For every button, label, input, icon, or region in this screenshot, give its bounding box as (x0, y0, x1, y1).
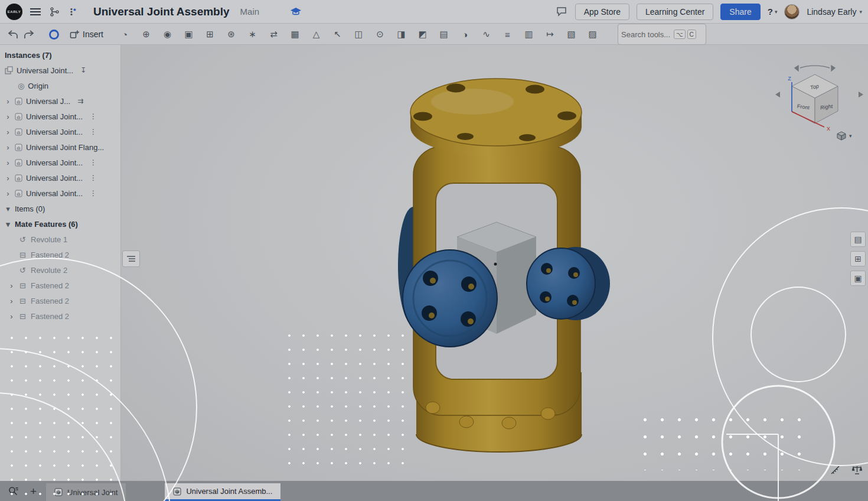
rotate-right-arrow[interactable] (859, 92, 863, 97)
onshape-logo[interactable]: EARLY (6, 4, 22, 20)
expand-chevron-icon[interactable]: › (5, 190, 11, 197)
mate-row[interactable]: › ↺ Revolute 1 (0, 232, 120, 247)
left-flange-part[interactable] (403, 250, 497, 347)
help-label: ? (768, 6, 773, 17)
expand-chevron-icon[interactable]: › (5, 113, 11, 121)
instance-row[interactable]: › Universal Joint... ⋮ (0, 109, 120, 124)
mate-label: Revolute 1 (31, 235, 67, 244)
version-tree-button[interactable] (48, 6, 61, 18)
user-name: Lindsay Early (807, 7, 856, 17)
origin-row[interactable]: ◎ Origin (0, 78, 120, 93)
instance-row[interactable]: › Universal Joint... ⋮ (0, 170, 120, 186)
explode-icon[interactable]: △ (311, 29, 322, 40)
mate-features-header[interactable]: ▾ Mate Features (6) (0, 216, 120, 232)
mate-row[interactable]: › ⊟ Fastened 2 (0, 247, 120, 262)
mate-row[interactable]: › ⊟ Fastened 2 (0, 308, 120, 324)
items-header[interactable]: ▾ Items (0) (0, 201, 120, 216)
export-icon[interactable]: ↦ (544, 29, 556, 40)
drawing-icon[interactable]: ▧ (566, 29, 577, 40)
view-options-button[interactable]: ▾ (836, 131, 852, 141)
configuration-panel-button[interactable]: ▣ (850, 271, 866, 286)
pattern-icon[interactable]: ∗ (247, 29, 258, 40)
expand-chevron-icon[interactable]: › (8, 313, 15, 320)
tab-label: Universal Joint (67, 488, 118, 497)
right-flange-part[interactable] (527, 247, 610, 320)
mate-row[interactable]: › ↺ Revolute 2 (0, 262, 120, 278)
edit-context-button[interactable] (47, 24, 61, 45)
display-states-icon[interactable]: ◨ (396, 29, 407, 40)
main-menu-button[interactable] (28, 6, 43, 18)
search-tools-input[interactable] (621, 30, 672, 39)
instance-row[interactable]: › Universal Joint... ⋮ (0, 155, 120, 170)
document-tab[interactable]: Universal Joint (46, 483, 126, 501)
structure-panel-toggle[interactable] (122, 250, 140, 267)
group-icon[interactable]: ▣ (183, 29, 194, 40)
expand-chevron-icon[interactable]: › (5, 97, 11, 105)
section-view-icon[interactable]: ◩ (417, 29, 428, 40)
user-menu[interactable]: Lindsay Early ▾ (807, 7, 862, 17)
snapshot-icon[interactable]: ⊙ (374, 29, 386, 40)
document-collaboration-button[interactable] (67, 6, 78, 18)
instance-label: Universal Joint... (26, 189, 83, 198)
revolute-mate-icon: ↺ (18, 235, 27, 244)
history-icon[interactable]: ◔ (119, 30, 130, 40)
mass-properties-icon[interactable]: ▨ (587, 29, 598, 40)
root-assembly-row[interactable]: Universal Joint... ↧ (0, 63, 120, 78)
right-panel-rail: ▤ ⊞ ▣ (850, 232, 866, 286)
expand-chevron-icon[interactable]: › (5, 159, 11, 167)
mate-point[interactable] (494, 263, 497, 266)
circular-pattern-icon[interactable]: ⊛ (226, 29, 237, 40)
comments-button[interactable] (555, 5, 568, 18)
simulation-icon[interactable]: ∿ (481, 29, 492, 40)
mass-properties-icon[interactable] (852, 465, 862, 477)
learning-center-button[interactable]: Learning Center (637, 4, 713, 20)
measure-icon[interactable] (830, 465, 840, 477)
instances-header[interactable]: Instances (7) (0, 47, 120, 63)
instance-row[interactable]: › Universal Joint... ⋮ (0, 186, 120, 201)
instance-row[interactable]: › Universal Joint... ⋮ (0, 124, 120, 139)
mate-row[interactable]: › ⊟ Fastened 2 (0, 293, 120, 308)
view-cube[interactable]: Top Front Right Z X (771, 50, 868, 148)
appearance-icon[interactable]: ◑ (459, 30, 471, 40)
expand-chevron-icon[interactable]: › (5, 174, 11, 182)
expand-chevron-icon[interactable]: › (5, 128, 11, 136)
search-tabs-button[interactable] (7, 485, 19, 497)
instance-row[interactable]: › Universal Joint Flang... (0, 139, 120, 155)
linear-pattern-icon[interactable]: ⊞ (204, 29, 216, 40)
user-avatar[interactable] (784, 4, 800, 19)
expand-chevron-icon[interactable]: › (8, 297, 15, 305)
undo-button[interactable] (6, 24, 19, 45)
replicate-icon[interactable]: ▦ (289, 29, 301, 40)
mate-label: Revolute 2 (31, 266, 67, 275)
configurations-icon[interactable]: ≡ (502, 30, 513, 40)
insert-button[interactable]: Insert (68, 24, 105, 45)
add-tab-button[interactable]: + (30, 486, 37, 497)
mate-icon[interactable]: ⊕ (141, 29, 152, 40)
mirror-icon[interactable]: ⇄ (268, 29, 279, 40)
hamburger-icon (30, 7, 41, 17)
bom-panel-button[interactable]: ▤ (850, 232, 866, 247)
learning-badge-icon[interactable] (290, 7, 302, 16)
document-tab[interactable]: Universal Joint Assemb... (165, 483, 280, 501)
list-icon (126, 255, 136, 262)
sheet-metal-icon[interactable]: ▥ (523, 29, 534, 40)
named-positions-icon[interactable]: ◫ (353, 29, 364, 40)
workspace-name[interactable]: Main (240, 6, 260, 17)
instance-label: Universal J... (26, 97, 70, 106)
instance-label: Universal Joint... (26, 158, 83, 167)
mate-row[interactable]: › ⊟ Fastened 2 (0, 278, 120, 293)
instance-row[interactable]: › Universal J... ⇉ (0, 93, 120, 109)
expand-chevron-icon[interactable]: › (8, 282, 15, 289)
redo-button[interactable] (22, 24, 36, 45)
share-button[interactable]: Share (720, 4, 760, 20)
display-panel-button[interactable]: ⊞ (850, 251, 866, 266)
rotate-left-arrow[interactable] (775, 92, 780, 97)
help-button[interactable]: ? ▾ (768, 6, 778, 17)
expand-chevron-icon[interactable]: › (5, 144, 11, 151)
app-store-button[interactable]: App Store (575, 4, 629, 20)
mate-connector-icon[interactable]: ◉ (162, 29, 173, 40)
select-icon[interactable]: ↖ (332, 29, 343, 40)
top-flange-part[interactable] (410, 79, 582, 157)
insert-icon (70, 30, 80, 40)
bom-icon[interactable]: ▤ (438, 29, 449, 40)
